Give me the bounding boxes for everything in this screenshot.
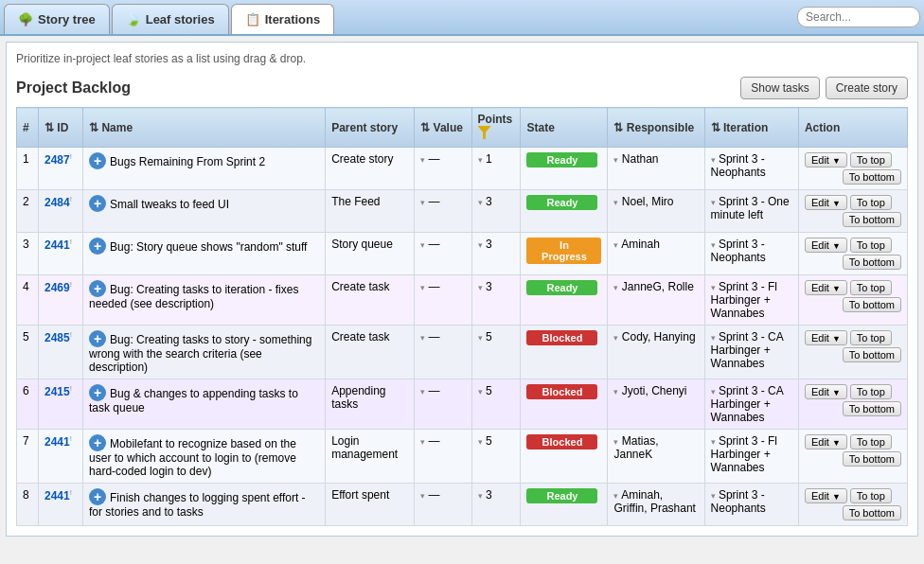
col-header-name[interactable]: ⇅ Name xyxy=(83,108,326,148)
row-points: ▾ 3 xyxy=(471,233,521,275)
totop-button[interactable]: To top xyxy=(850,488,892,503)
row-iteration: ▾ Sprint 3 - CA Harbinger + Wannabes xyxy=(704,379,798,430)
row-action: Edit ▼ To top To bottom xyxy=(798,148,907,190)
table-row: 72441!+Mobilefant to recognize based on … xyxy=(17,430,908,484)
story-name: Finish changes to logging spent effort -… xyxy=(89,491,306,519)
row-iteration: ▾ Sprint 3 - Neophants xyxy=(704,233,798,275)
row-points: ▾ 1 xyxy=(471,148,521,190)
row-parent: Appending tasks xyxy=(326,379,415,430)
tobottom-button[interactable]: To bottom xyxy=(843,347,901,362)
tab-story-tree[interactable]: 🌳 Story tree xyxy=(4,4,110,34)
leaf-icon: 🍃 xyxy=(126,12,141,27)
edit-button[interactable]: Edit ▼ xyxy=(805,280,847,295)
tobottom-button[interactable]: To bottom xyxy=(843,212,901,227)
row-value: ▾ — xyxy=(415,430,471,484)
story-id-link[interactable]: 2487 xyxy=(44,153,70,167)
row-action: Edit ▼ To top To bottom xyxy=(798,190,907,233)
row-points: ▾ 5 xyxy=(471,430,521,484)
row-hash: 4 xyxy=(17,275,39,326)
row-state: Ready xyxy=(521,275,608,326)
row-hash: 5 xyxy=(17,326,39,379)
row-state: Blocked xyxy=(521,326,608,379)
iterations-icon: 📋 xyxy=(245,12,260,27)
story-id-link[interactable]: 2469 xyxy=(44,281,70,294)
row-action: Edit ▼ To top To bottom xyxy=(798,484,907,526)
expand-btn[interactable]: + xyxy=(89,152,106,169)
col-header-value[interactable]: ⇅ Value xyxy=(415,108,471,148)
story-table: # ⇅ ID ⇅ Name Parent story ⇅ Value Point… xyxy=(16,107,908,526)
row-action: Edit ▼ To top To bottom xyxy=(798,326,907,379)
totop-button[interactable]: To top xyxy=(850,434,892,449)
row-name: +Bug: Story queue shows "random" stuff xyxy=(83,233,326,275)
search-input[interactable] xyxy=(797,7,920,27)
row-name: +Mobilefant to recognize based on the us… xyxy=(83,430,326,484)
row-points: ▾ 5 xyxy=(471,326,521,379)
totop-button[interactable]: To top xyxy=(850,330,892,345)
expand-btn[interactable]: + xyxy=(89,384,106,401)
tab-iterations[interactable]: 📋 Iterations xyxy=(231,4,335,34)
state-badge: Ready xyxy=(526,488,597,503)
story-id-link[interactable]: 2415 xyxy=(44,385,70,398)
edit-button[interactable]: Edit ▼ xyxy=(805,238,847,253)
edit-button[interactable]: Edit ▼ xyxy=(805,434,847,449)
create-story-button[interactable]: Create story xyxy=(826,77,908,99)
row-name: +Finish changes to logging spent effort … xyxy=(83,484,326,526)
row-iteration: ▾ Sprint 3 - Fl Harbinger + Wannabes xyxy=(704,430,798,484)
row-points: ▾ 3 xyxy=(471,275,521,326)
filter-icon[interactable] xyxy=(478,126,491,139)
edit-button[interactable]: Edit ▼ xyxy=(805,152,847,167)
row-id: 2487! xyxy=(39,148,83,190)
totop-button[interactable]: To top xyxy=(850,280,892,295)
edit-button[interactable]: Edit ▼ xyxy=(805,330,847,345)
tobottom-button[interactable]: To bottom xyxy=(843,255,901,270)
row-state: Ready xyxy=(521,484,608,526)
tobottom-button[interactable]: To bottom xyxy=(843,169,901,185)
row-parent: Effort spent xyxy=(326,484,415,526)
expand-btn[interactable]: + xyxy=(89,488,106,505)
story-id-link[interactable]: 2441 xyxy=(44,238,70,252)
expand-btn[interactable]: + xyxy=(89,195,106,212)
state-badge: Ready xyxy=(526,152,597,167)
col-header-iteration[interactable]: ⇅ Iteration xyxy=(704,108,798,148)
expand-btn[interactable]: + xyxy=(89,434,106,451)
row-name: +Bug & changes to appending tasks to tas… xyxy=(83,379,326,430)
row-responsible: ▾ Aminah xyxy=(608,233,704,275)
story-name: Bug: Story queue shows "random" stuff xyxy=(110,240,307,254)
totop-button[interactable]: To top xyxy=(850,152,892,167)
tobottom-button[interactable]: To bottom xyxy=(843,297,901,312)
tobottom-button[interactable]: To bottom xyxy=(843,401,901,416)
story-name: Bug: Creating tasks to story - something… xyxy=(89,333,311,374)
expand-btn[interactable]: + xyxy=(89,238,106,255)
row-id: 2415! xyxy=(39,379,83,430)
tobottom-button[interactable]: To bottom xyxy=(843,451,901,467)
story-name: Mobilefant to recognize based on the use… xyxy=(89,437,296,478)
row-value: ▾ — xyxy=(415,326,471,379)
col-header-parent: Parent story xyxy=(326,108,415,148)
row-responsible: ▾ Cody, Hanying xyxy=(608,326,704,379)
show-tasks-button[interactable]: Show tasks xyxy=(740,77,819,99)
edit-button[interactable]: Edit ▼ xyxy=(805,384,847,399)
row-value: ▾ — xyxy=(415,190,471,233)
col-header-responsible[interactable]: ⇅ Responsible xyxy=(608,108,704,148)
story-id-link[interactable]: 2485 xyxy=(44,331,70,344)
expand-btn[interactable]: + xyxy=(89,280,106,297)
backlog-header: Project Backlog Show tasks Create story xyxy=(16,77,908,99)
totop-button[interactable]: To top xyxy=(850,384,892,399)
edit-button[interactable]: Edit ▼ xyxy=(805,488,847,503)
story-id-link[interactable]: 2441 xyxy=(44,489,70,502)
totop-button[interactable]: To top xyxy=(850,195,892,210)
state-badge: Ready xyxy=(526,195,597,210)
col-header-id[interactable]: ⇅ ID xyxy=(39,108,83,148)
row-responsible: ▾ Matias, JanneK xyxy=(608,430,704,484)
expand-btn[interactable]: + xyxy=(89,330,106,347)
tab-leaf-stories[interactable]: 🍃 Leaf stories xyxy=(112,4,229,34)
col-header-points: Points xyxy=(471,108,521,148)
tobottom-button[interactable]: To bottom xyxy=(843,505,901,520)
story-name: Small tweaks to feed UI xyxy=(110,198,229,211)
totop-button[interactable]: To top xyxy=(850,238,892,253)
row-action: Edit ▼ To top To bottom xyxy=(798,379,907,430)
edit-button[interactable]: Edit ▼ xyxy=(805,195,847,210)
row-name: +Bug: Creating tasks to iteration - fixe… xyxy=(83,275,326,326)
story-id-link[interactable]: 2484 xyxy=(44,196,70,209)
story-id-link[interactable]: 2441 xyxy=(44,435,70,449)
